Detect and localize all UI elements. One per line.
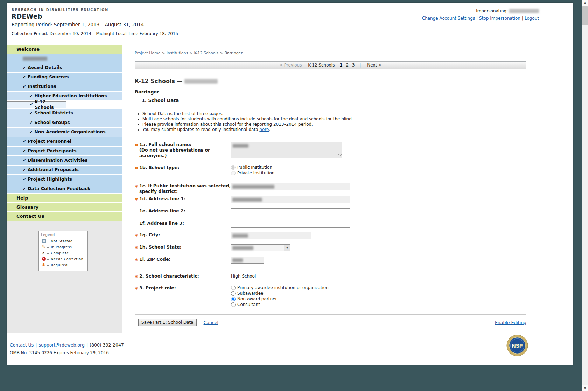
legend-entry-needs-correction: ✕= Needs Correction (41, 256, 85, 262)
address-line-2-input[interactable] (231, 208, 350, 215)
sidebar-item-non-academic-organizations[interactable]: ✔Non-Academic Organizations (7, 128, 122, 137)
sidebar-item-contact-us[interactable]: Contact Us (7, 212, 122, 221)
sidebar-item-k12-schools[interactable]: ✔K-12 Schools (7, 101, 66, 108)
scrollbar-track[interactable]: ▲ ▼ (582, 0, 588, 391)
nsf-logo-text: NSF (512, 343, 523, 349)
logout-link[interactable]: Logout (525, 16, 539, 21)
redacted-award-number (184, 79, 218, 84)
footer-contact-line: Contact Us|support@rdeweb.org|(800) 392-… (10, 342, 570, 348)
check-icon: ✔ (23, 177, 26, 182)
sidebar-item-label: Higher Education Institutions (34, 93, 107, 98)
page-number-3-link[interactable]: 3 (352, 63, 355, 68)
field-label-1h: ✱ 1h. School State: (135, 244, 231, 251)
non-award-partner-radio[interactable] (231, 297, 236, 301)
sidebar-item-label: Non-Academic Organizations (34, 129, 105, 134)
check-icon: ✔ (23, 158, 26, 163)
sidebar-item-welcome[interactable]: Welcome (7, 45, 122, 54)
scroll-up-button[interactable]: ▲ (582, 0, 588, 6)
impersonating-line: Impersonating: (422, 8, 539, 13)
footer-email-link[interactable]: support@rdeweb.org (39, 342, 85, 348)
consultant-radio[interactable] (231, 302, 236, 307)
full-school-name-textarea[interactable] (231, 142, 342, 158)
page-number-2-link[interactable]: 2 (346, 63, 349, 68)
radio-option-non-award-partner[interactable]: Non-award partner (231, 296, 329, 301)
public-institution-radio[interactable] (231, 165, 236, 170)
sidebar-item-award-details[interactable]: ✔Award Details (7, 63, 122, 72)
stop-impersonation-link[interactable]: Stop Impersonation (479, 16, 520, 21)
sidebar-item-funding-sources[interactable]: ✔Funding Sources (7, 73, 122, 82)
sidebar-item-label: Help (16, 195, 28, 201)
footer-contact-us-link[interactable]: Contact Us (10, 342, 34, 348)
next-page-link[interactable]: Next > (367, 63, 382, 68)
legend-entry-complete: ✔= Complete (41, 250, 85, 256)
sidebar-item-label: Glossary (16, 204, 38, 210)
content-row: Welcome ✔Award Details ✔Funding Sources … (7, 45, 573, 333)
redacted-value (233, 144, 248, 148)
change-account-settings-link[interactable]: Change Account Settings (422, 16, 475, 21)
sidebar-item-glossary[interactable]: Glossary (7, 203, 122, 211)
address-line-1-input[interactable] (231, 196, 350, 203)
sidebar-item-data-collection-feedback[interactable]: ✔Data Collection Feedback (7, 184, 122, 193)
sidebar-item-dissemination-activities[interactable]: ✔Dissemination Activities (7, 156, 122, 165)
radio-option-label: Non-award partner (237, 296, 277, 301)
k12-schools-list-link[interactable]: K-12 Schools (308, 63, 335, 68)
redacted-value (232, 198, 262, 202)
radio-option-subawardee[interactable]: Subawardee (231, 291, 329, 296)
enable-editing-link[interactable]: Enable Editing (495, 320, 526, 325)
breadcrumb-institutions[interactable]: Institutions (167, 51, 188, 55)
breadcrumb-k12-schools[interactable]: K-12 Schools (194, 51, 218, 55)
redacted-value (232, 185, 274, 189)
radio-option-public-institution[interactable]: Public Institution (231, 165, 274, 170)
city-input[interactable] (231, 232, 312, 239)
primary-awardee-radio[interactable] (231, 286, 236, 290)
sidebar-item-label: Welcome (16, 47, 40, 52)
form-row-1d: ✱ 1d. Address line 1: (135, 196, 526, 203)
radio-option-consultant[interactable]: Consultant (231, 302, 329, 307)
sidebar-item-project-personnel[interactable]: ✔Project Personnel (7, 137, 122, 146)
required-icon: ✱ (135, 233, 138, 238)
radio-option-primary-awardee[interactable]: Primary awardee institution or organizat… (231, 285, 329, 290)
field-label-3: ✱ 3. Project role: (135, 285, 231, 308)
radio-option-private-institution[interactable]: Private Institution (231, 170, 274, 175)
cancel-link[interactable]: Cancel (204, 320, 218, 325)
instruction-item: School Data is the first of three pages. (142, 111, 526, 116)
reporting-period: Reporting Period: September 1, 2013 – Au… (12, 22, 566, 27)
sidebar-item-label: Project Highlights (28, 176, 72, 182)
sidebar-item-higher-education-institutions[interactable]: ✔Higher Education Institutions (7, 92, 122, 100)
sidebar-item-project-number[interactable] (7, 54, 122, 63)
address-line-3-input[interactable] (231, 221, 350, 228)
sidebar-nav: Welcome ✔Award Details ✔Funding Sources … (7, 45, 122, 333)
save-part1-button[interactable]: Save Part 1: School Data (138, 319, 197, 326)
sidebar-item-additional-proposals[interactable]: ✔Additional Proposals (7, 166, 122, 174)
section-title: 1. School Data (142, 98, 526, 103)
sidebar-item-school-groups[interactable]: ✔School Groups (7, 118, 122, 127)
footer-phone: (800) 392-2047 (90, 342, 124, 348)
subawardee-radio[interactable] (231, 291, 236, 296)
sidebar-item-label: School Districts (34, 110, 73, 116)
scrollbar-thumb[interactable] (582, 6, 588, 25)
previous-page-link[interactable]: < Previous (279, 63, 302, 68)
scroll-down-button[interactable]: ▼ (582, 385, 588, 391)
sidebar-item-project-participants[interactable]: ✔Project Participants (7, 147, 122, 155)
field-label-1f: 1f. Address line 3: (135, 221, 231, 228)
link-separator: | (476, 16, 478, 21)
page-footer: Contact Us|support@rdeweb.org|(800) 392-… (7, 333, 573, 365)
sidebar-item-project-highlights[interactable]: ✔Project Highlights (7, 175, 122, 184)
zip-code-input[interactable] (231, 257, 264, 264)
field-label-1d: ✱ 1d. Address line 1: (135, 196, 231, 203)
omb-number: OMB No. 3145-0226 Expires February 29, 2… (10, 350, 570, 355)
private-institution-radio[interactable] (231, 171, 236, 175)
field-label-text: 1h. School State: (139, 244, 231, 250)
district-input[interactable] (231, 183, 350, 190)
sidebar-item-school-districts[interactable]: ✔School Districts (7, 109, 122, 118)
required-icon: ✱ (135, 142, 138, 148)
institutional-data-here-link[interactable]: here (259, 127, 269, 132)
school-state-select[interactable]: ▼ (231, 244, 290, 251)
sidebar-item-help[interactable]: Help (7, 194, 122, 202)
radio-option-label: Private Institution (237, 170, 274, 175)
breadcrumb-separator: > (189, 51, 192, 55)
breadcrumb-project-home[interactable]: Project Home (135, 51, 161, 55)
required-icon: ✱ (135, 184, 138, 189)
sidebar-item-label: Project Personnel (28, 139, 71, 144)
sidebar-item-institutions[interactable]: ✔Institutions (7, 82, 122, 91)
